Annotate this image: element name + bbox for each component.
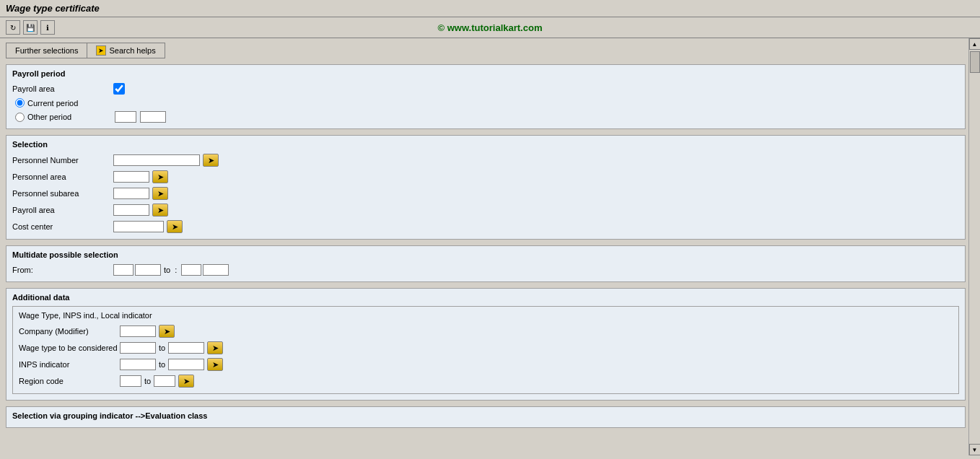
info-icon[interactable]: ℹ — [40, 20, 55, 35]
additional-data-title: Additional data — [9, 292, 962, 303]
to-input2[interactable] — [203, 264, 229, 276]
selection-payroll-area-input[interactable] — [113, 204, 149, 216]
current-period-label: Current period — [27, 99, 78, 108]
scroll-thumb[interactable] — [970, 51, 980, 73]
from-label: From: — [12, 266, 113, 274]
main-content: Further selections ➤ Search helps Payrol… — [0, 38, 980, 455]
company-row: Company (Modifier) ➤ — [16, 324, 955, 338]
to-input1[interactable] — [181, 264, 201, 276]
selection-payroll-area-nav-button[interactable]: ➤ — [152, 204, 168, 217]
wage-type-to-label: to — [159, 344, 165, 352]
region-code-input2[interactable] — [154, 375, 175, 387]
region-code-nav-button[interactable]: ➤ — [178, 375, 194, 388]
multidate-title: Multidate possible selection — [9, 249, 962, 261]
button-bar: Further selections ➤ Search helps — [6, 43, 966, 58]
other-period-input1[interactable] — [115, 111, 136, 123]
toolbar: ↻ 💾 ℹ © www.tutorialkart.com — [0, 17, 980, 38]
personnel-subarea-input[interactable] — [113, 188, 149, 199]
toolbar-icons: ↻ 💾 ℹ — [6, 20, 55, 35]
to-label: to — [164, 266, 170, 274]
wage-type-input1[interactable] — [120, 342, 156, 354]
payroll-area-checkbox[interactable] — [113, 83, 125, 95]
other-period-radio[interactable] — [15, 113, 25, 122]
title-bar: Wage type certificate — [0, 0, 980, 17]
personnel-number-nav-button[interactable]: ➤ — [203, 154, 219, 167]
search-helps-button[interactable]: ➤ Search helps — [87, 43, 165, 58]
region-code-row: Region code to ➤ — [16, 374, 955, 388]
personnel-subarea-label: Personnel subarea — [12, 189, 113, 198]
inps-label: INPS indicator — [19, 360, 120, 369]
cost-center-input[interactable] — [113, 221, 164, 232]
company-input[interactable] — [120, 325, 156, 337]
watermark: © www.tutorialkart.com — [438, 22, 543, 33]
wage-type-label: Wage type to be considered — [19, 344, 120, 352]
from-input1[interactable] — [113, 264, 134, 276]
inner-section: Wage Type, INPS ind., Local indicator Co… — [12, 306, 959, 394]
additional-data-section: Additional data Wage Type, INPS ind., Lo… — [6, 288, 966, 401]
content-area: Further selections ➤ Search helps Payrol… — [0, 38, 980, 455]
cost-center-label: Cost center — [12, 222, 113, 231]
inps-input1[interactable] — [120, 359, 156, 370]
selection-payroll-area-row: Payroll area ➤ — [9, 203, 962, 217]
inps-row: INPS indicator to ➤ — [16, 357, 955, 372]
other-period-input2[interactable] — [140, 111, 166, 123]
region-code-label: Region code — [19, 377, 120, 385]
multidate-section: Multidate possible selection From: to : — [6, 245, 966, 282]
current-period-radio[interactable] — [15, 98, 25, 108]
payroll-period-section: Payroll period Payroll area Current peri… — [6, 64, 966, 129]
colon-label: : — [175, 266, 177, 274]
further-selections-button[interactable]: Further selections — [6, 43, 87, 58]
personnel-subarea-nav-button[interactable]: ➤ — [152, 187, 168, 200]
save-icon[interactable]: 💾 — [23, 20, 38, 35]
scrollbar[interactable]: ▲ ▼ — [968, 38, 980, 455]
arrow-icon: ➤ — [96, 45, 106, 56]
personnel-area-row: Personnel area ➤ — [9, 170, 962, 184]
selection-title: Selection — [9, 139, 962, 150]
region-code-input1[interactable] — [120, 375, 141, 387]
personnel-number-label: Personnel Number — [12, 156, 113, 165]
inner-section-title: Wage Type, INPS ind., Local indicator — [16, 310, 955, 321]
personnel-area-nav-button[interactable]: ➤ — [152, 170, 168, 183]
company-label: Company (Modifier) — [19, 327, 120, 336]
personnel-area-input[interactable] — [113, 171, 149, 183]
personnel-subarea-row: Personnel subarea ➤ — [9, 186, 962, 201]
scroll-up-arrow[interactable]: ▲ — [969, 38, 981, 50]
personnel-area-label: Personnel area — [12, 172, 113, 181]
selection-payroll-area-label: Payroll area — [12, 206, 113, 214]
other-period-label: Other period — [27, 113, 71, 121]
region-code-to-label: to — [144, 377, 151, 385]
from-input2[interactable] — [135, 264, 161, 276]
personnel-number-row: Personnel Number ➤ — [9, 153, 962, 167]
inps-to-label: to — [159, 360, 165, 369]
selection-grouping-section: Selection via grouping indicator -->Eval… — [6, 406, 966, 428]
payroll-area-label: Payroll area — [12, 84, 113, 93]
wage-type-input2[interactable] — [168, 342, 204, 354]
other-period-row: Other period — [9, 110, 962, 123]
page-title: Wage type certificate — [6, 3, 100, 14]
wage-type-nav-button[interactable]: ➤ — [207, 341, 223, 354]
multidate-row: From: to : — [9, 263, 962, 276]
cost-center-row: Cost center ➤ — [9, 219, 962, 234]
cost-center-nav-button[interactable]: ➤ — [167, 220, 183, 233]
current-period-row: Current period — [9, 97, 962, 108]
inps-nav-button[interactable]: ➤ — [207, 358, 223, 371]
selection-section: Selection Personnel Number ➤ Personnel a… — [6, 135, 966, 240]
wage-type-row: Wage type to be considered to ➤ — [16, 341, 955, 355]
selection-grouping-title: Selection via grouping indicator -->Eval… — [9, 410, 962, 421]
scroll-down-arrow[interactable]: ▼ — [969, 444, 981, 455]
inps-input2[interactable] — [168, 359, 204, 370]
personnel-number-input[interactable] — [113, 154, 200, 166]
company-nav-button[interactable]: ➤ — [159, 325, 175, 338]
payroll-area-row: Payroll area — [9, 82, 962, 95]
refresh-icon[interactable]: ↻ — [6, 20, 20, 35]
payroll-period-title: Payroll period — [9, 68, 962, 79]
